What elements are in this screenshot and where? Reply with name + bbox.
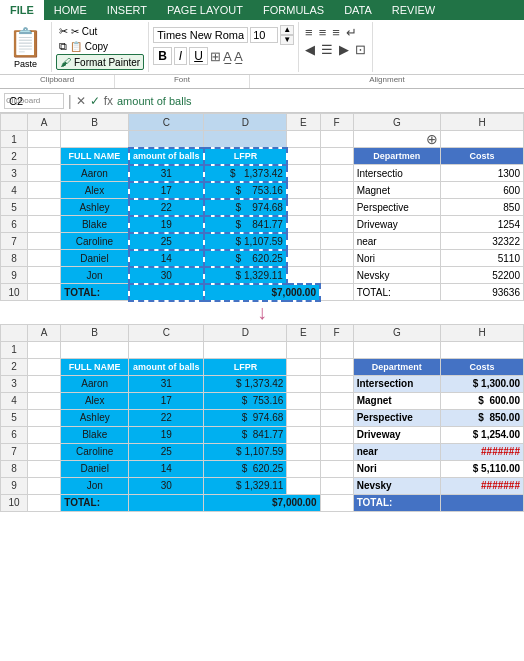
cell-b-d7[interactable]: $ 1,107.59	[204, 443, 287, 460]
cell-e8[interactable]	[287, 250, 320, 267]
cell-b-h5[interactable]: $ 850.00	[441, 409, 524, 426]
row-header-3[interactable]: 3	[1, 165, 28, 182]
col-header-f-b[interactable]: F	[320, 324, 353, 341]
row-header-b7[interactable]: 7	[1, 443, 28, 460]
cell-g6[interactable]: Driveway	[353, 216, 440, 233]
cell-h7[interactable]: 32322	[441, 233, 524, 250]
cell-d4[interactable]: $ 753.16	[204, 182, 287, 199]
bold-button[interactable]: B	[153, 47, 172, 65]
cell-f9[interactable]	[320, 267, 353, 284]
cell-b-f6[interactable]	[320, 426, 353, 443]
cell-b-e8[interactable]	[287, 460, 320, 477]
font-color-button[interactable]: A̲	[234, 49, 243, 64]
cell-g2[interactable]: Departmen	[353, 148, 440, 165]
cell-g10[interactable]: TOTAL:	[353, 284, 440, 301]
cell-b-a3[interactable]	[28, 375, 61, 392]
col-header-g-b[interactable]: G	[353, 324, 440, 341]
cancel-formula-icon[interactable]: ✕	[76, 94, 86, 108]
row-header-b10[interactable]: 10	[1, 494, 28, 511]
cell-b-h4[interactable]: $ 600.00	[441, 392, 524, 409]
cell-b-d6[interactable]: $ 841.77	[204, 426, 287, 443]
cell-e4[interactable]	[287, 182, 320, 199]
cell-f7[interactable]	[320, 233, 353, 250]
cell-b-f4[interactable]	[320, 392, 353, 409]
row-header-4[interactable]: 4	[1, 182, 28, 199]
cell-h9[interactable]: 52200	[441, 267, 524, 284]
cell-h3[interactable]: 1300	[441, 165, 524, 182]
row-header-b4[interactable]: 4	[1, 392, 28, 409]
merge-button[interactable]: ⊡	[353, 42, 368, 57]
cell-e9[interactable]	[287, 267, 320, 284]
cell-a9[interactable]	[28, 267, 61, 284]
paste-button[interactable]: 📋 Paste	[0, 22, 52, 72]
cell-b-f2[interactable]	[320, 358, 353, 375]
cell-e3[interactable]	[287, 165, 320, 182]
tab-data[interactable]: DATA	[334, 0, 382, 20]
cell-b-f9[interactable]	[320, 477, 353, 494]
col-header-e[interactable]: E	[287, 114, 320, 131]
cell-b-b10[interactable]: TOTAL:	[61, 494, 129, 511]
cell-b-d8[interactable]: $ 620.25	[204, 460, 287, 477]
align-center-button[interactable]: ☰	[319, 42, 335, 57]
cell-d8[interactable]: $ 620.25	[204, 250, 287, 267]
cell-b-f8[interactable]	[320, 460, 353, 477]
insert-function-icon[interactable]: fx	[104, 94, 113, 108]
col-header-d-b[interactable]: D	[204, 324, 287, 341]
col-header-h[interactable]: H	[441, 114, 524, 131]
cell-b-d9[interactable]: $ 1,329.11	[204, 477, 287, 494]
cell-b4[interactable]: Alex	[61, 182, 129, 199]
row-header-1[interactable]: 1	[1, 131, 28, 148]
cell-b-c5[interactable]: 22	[129, 409, 204, 426]
row-header-10[interactable]: 10	[1, 284, 28, 301]
cell-e2[interactable]	[287, 148, 320, 165]
copy-button[interactable]: ⧉ 📋 Copy	[56, 39, 144, 54]
cell-b-a7[interactable]	[28, 443, 61, 460]
row-header-b3[interactable]: 3	[1, 375, 28, 392]
cell-b-f1[interactable]	[320, 341, 353, 358]
cell-h8[interactable]: 5110	[441, 250, 524, 267]
font-name-input[interactable]	[153, 27, 248, 43]
cell-g4[interactable]: Magnet	[353, 182, 440, 199]
align-middle-button[interactable]: ≡	[317, 25, 329, 40]
row-header-2[interactable]: 2	[1, 148, 28, 165]
cell-f6[interactable]	[320, 216, 353, 233]
cell-h10[interactable]: 93636	[441, 284, 524, 301]
cell-c7[interactable]: 25	[129, 233, 204, 250]
cell-b-e9[interactable]	[287, 477, 320, 494]
cell-d10[interactable]: $7,000.00	[204, 284, 320, 301]
cell-d1[interactable]	[204, 131, 287, 148]
cell-e7[interactable]	[287, 233, 320, 250]
cell-b-e7[interactable]	[287, 443, 320, 460]
cell-b-f7[interactable]	[320, 443, 353, 460]
cell-h1[interactable]	[441, 131, 524, 148]
cell-d5[interactable]: $ 974.68	[204, 199, 287, 216]
cell-f8[interactable]	[320, 250, 353, 267]
cell-b-d10[interactable]: $7,000.00	[204, 494, 320, 511]
cell-b-d5[interactable]: $ 974.68	[204, 409, 287, 426]
cell-c1[interactable]	[129, 131, 204, 148]
cell-b-h3[interactable]: $ 1,300.00	[441, 375, 524, 392]
cell-b-b7[interactable]: Caroline	[61, 443, 129, 460]
format-painter-button[interactable]: 🖌 Format Painter	[56, 54, 144, 70]
cell-e5[interactable]	[287, 199, 320, 216]
border-button[interactable]: ⊞	[210, 49, 221, 64]
col-header-g[interactable]: G	[353, 114, 440, 131]
font-size-input[interactable]	[250, 27, 278, 43]
cell-b-c4[interactable]: 17	[129, 392, 204, 409]
font-size-increase[interactable]: ▲	[280, 25, 294, 35]
cell-e6[interactable]	[287, 216, 320, 233]
add-column-icon[interactable]: ⊕	[426, 131, 438, 147]
cell-b-b5[interactable]: Ashley	[61, 409, 129, 426]
cell-b-f5[interactable]	[320, 409, 353, 426]
cell-c9[interactable]: 30	[129, 267, 204, 284]
cell-b-d4[interactable]: $ 753.16	[204, 392, 287, 409]
col-header-h-b[interactable]: H	[441, 324, 524, 341]
cell-b-e4[interactable]	[287, 392, 320, 409]
cell-d7[interactable]: $ 1,107.59	[204, 233, 287, 250]
cell-c4[interactable]: 17	[129, 182, 204, 199]
tab-formulas[interactable]: FORMULAS	[253, 0, 334, 20]
cell-h4[interactable]: 600	[441, 182, 524, 199]
row-header-b5[interactable]: 5	[1, 409, 28, 426]
col-header-a[interactable]: A	[28, 114, 61, 131]
cell-h5[interactable]: 850	[441, 199, 524, 216]
